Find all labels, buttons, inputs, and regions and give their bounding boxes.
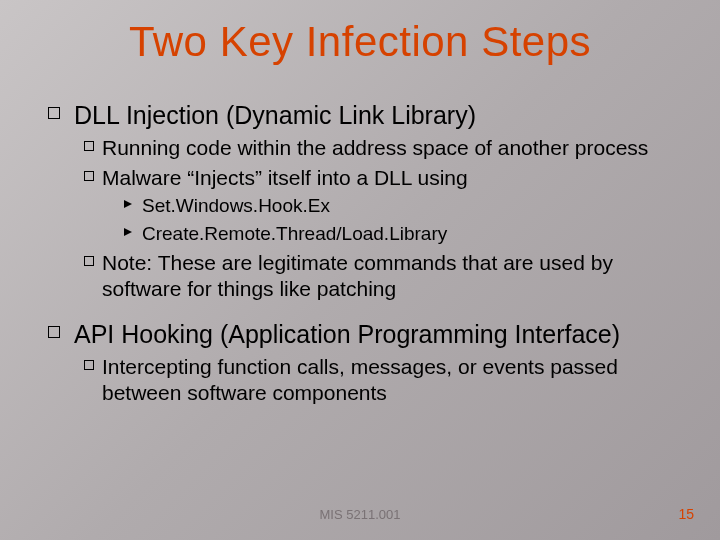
square-bullet-icon [84, 360, 94, 370]
text-intercepting: Intercepting function calls, messages, o… [102, 354, 672, 405]
bullet-setwindowshook: Set.Windows.Hook.Ex [124, 194, 672, 218]
bullet-createremotethread: Create.Remote.Thread/Load.Library [124, 222, 672, 246]
square-bullet-icon [84, 256, 94, 266]
footer-page-number: 15 [678, 506, 694, 522]
footer-course: MIS 5211.001 [0, 507, 720, 522]
text-setwindowshook: Set.Windows.Hook.Ex [142, 194, 330, 218]
bullet-malware-injects: Malware “Injects” itself into a DLL usin… [84, 165, 672, 191]
bullet-running-code: Running code within the address space of… [84, 135, 672, 161]
heading-dll: DLL Injection (Dynamic Link Library) [74, 100, 476, 131]
triangle-bullet-icon [124, 200, 132, 208]
text-createremotethread: Create.Remote.Thread/Load.Library [142, 222, 447, 246]
slide: Two Key Infection Steps DLL Injection (D… [0, 0, 720, 540]
square-bullet-icon [48, 326, 60, 338]
triangle-bullet-icon [124, 228, 132, 236]
bullet-api-hooking: API Hooking (Application Programming Int… [48, 319, 672, 350]
page-title: Two Key Infection Steps [48, 18, 672, 66]
text-note: Note: These are legitimate commands that… [102, 250, 672, 301]
text-running-code: Running code within the address space of… [102, 135, 648, 161]
bullet-note: Note: These are legitimate commands that… [84, 250, 672, 301]
bullet-intercepting: Intercepting function calls, messages, o… [84, 354, 672, 405]
square-bullet-icon [84, 171, 94, 181]
square-bullet-icon [48, 107, 60, 119]
text-malware-injects: Malware “Injects” itself into a DLL usin… [102, 165, 468, 191]
bullet-dll-injection: DLL Injection (Dynamic Link Library) [48, 100, 672, 131]
heading-api: API Hooking (Application Programming Int… [74, 319, 620, 350]
square-bullet-icon [84, 141, 94, 151]
